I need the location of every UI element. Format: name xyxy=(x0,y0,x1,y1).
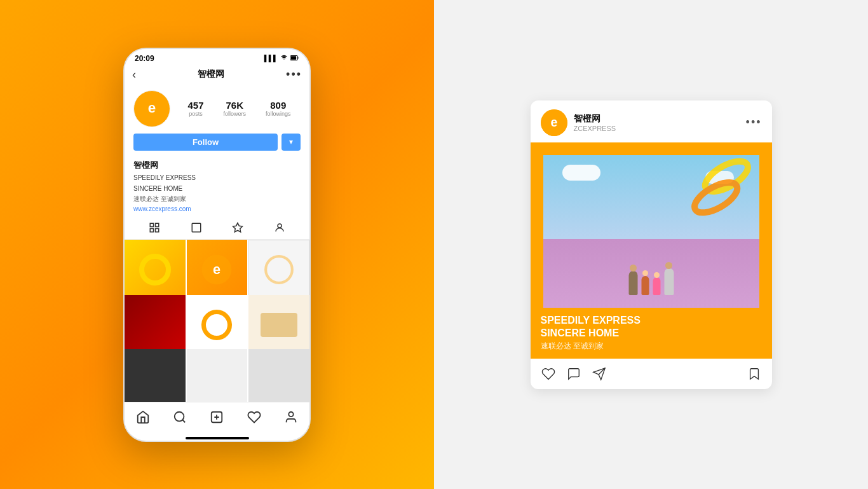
svg-rect-4 xyxy=(150,223,153,226)
bio-section: 智橙网 SPEEDILY EXPRESS SINCERE HOME 速联必达 至… xyxy=(125,160,309,216)
posts-count: 457 xyxy=(187,100,203,111)
grid-item-3[interactable] xyxy=(248,240,309,301)
grid-item-7[interactable] xyxy=(125,349,186,402)
grid-item-6[interactable] xyxy=(248,295,309,356)
cloud1 xyxy=(562,165,600,181)
svg-point-19 xyxy=(288,411,293,416)
back-button[interactable]: ‹ xyxy=(132,68,136,81)
left-panel: 20:09 ▌▌▌ xyxy=(0,0,434,489)
add-nav-button[interactable] xyxy=(204,408,229,427)
caption-main-line1: SPEEDILY EXPRESS xyxy=(541,314,762,326)
follow-btn-row: Follow ▾ xyxy=(133,134,301,151)
followers-stat: 76K followers xyxy=(223,100,246,117)
home-nav-button[interactable] xyxy=(130,408,156,427)
bookmark-button[interactable] xyxy=(747,366,762,382)
posts-label: posts xyxy=(189,111,203,117)
svg-point-23 xyxy=(689,176,742,218)
insta-name: 智橙网 xyxy=(574,113,616,125)
svg-rect-1 xyxy=(291,56,296,60)
svg-marker-9 xyxy=(233,223,243,231)
insta-avatar: e xyxy=(541,109,567,136)
caption-chinese: 速联必达 至诚到家 xyxy=(541,341,762,352)
stats-row: 457 posts 76K followers 809 followings xyxy=(178,100,301,117)
more-button[interactable]: ••• xyxy=(286,68,302,81)
insta-more-button[interactable]: ••• xyxy=(746,116,762,129)
following-stat: 809 followings xyxy=(266,100,291,117)
grid-item-9[interactable] xyxy=(248,349,309,402)
comment-button[interactable] xyxy=(566,366,581,382)
svg-point-13 xyxy=(266,256,292,283)
status-icons: ▌▌▌ xyxy=(264,54,299,63)
wifi-icon xyxy=(280,54,288,63)
instagram-card: e 智橙网 ZCEXPRESS ••• xyxy=(531,100,772,389)
svg-point-14 xyxy=(175,411,184,421)
likes-nav-button[interactable] xyxy=(241,408,267,427)
person-tab[interactable] xyxy=(273,221,286,234)
caption-overlay: SPEEDILY EXPRESS SINCERE HOME 速联必达 至诚到家 xyxy=(531,308,772,359)
big-e-logo xyxy=(689,155,753,219)
phone-mockup: 20:09 ▌▌▌ xyxy=(123,48,311,442)
insta-subname: ZCEXPRESS xyxy=(574,125,616,132)
profile-row: e 457 posts 76K followers xyxy=(133,90,301,127)
insta-post-image: SPEEDILY EXPRESS SINCERE HOME 速联必达 至诚到家 xyxy=(531,142,772,359)
grid-item-4[interactable] xyxy=(125,295,186,356)
status-time: 20:09 xyxy=(135,54,154,63)
insta-card-header: e 智橙网 ZCEXPRESS ••• xyxy=(531,100,772,142)
svg-point-10 xyxy=(278,224,281,228)
profile-nav-button[interactable] xyxy=(278,408,304,427)
insta-actions xyxy=(531,359,772,389)
bottom-nav xyxy=(125,402,309,434)
grid-tab[interactable] xyxy=(148,221,161,234)
home-indicator xyxy=(186,437,249,439)
svg-line-15 xyxy=(183,420,186,422)
signal-icon: ▌▌▌ xyxy=(264,55,278,62)
phone-screen: 20:09 ▌▌▌ xyxy=(125,49,309,441)
insta-name-block: 智橙网 ZCEXPRESS xyxy=(574,113,616,132)
bio-line2: SINCERE HOME xyxy=(133,184,301,193)
following-count: 809 xyxy=(270,100,286,111)
following-label: followings xyxy=(266,111,291,117)
followers-count: 76K xyxy=(226,100,243,111)
right-panel: e 智橙网 ZCEXPRESS ••• xyxy=(434,0,868,489)
insta-profile-info: e 智橙网 ZCEXPRESS xyxy=(541,109,616,136)
svg-text:e: e xyxy=(213,261,220,277)
grid-item-8[interactable] xyxy=(187,349,248,402)
grid-item-2[interactable]: e xyxy=(187,240,248,301)
star-tab[interactable] xyxy=(231,221,244,234)
grid-item-5[interactable] xyxy=(187,295,248,356)
bio-website[interactable]: www.zcexpress.com xyxy=(133,205,301,212)
svg-rect-7 xyxy=(155,228,158,231)
svg-rect-6 xyxy=(150,228,153,231)
profile-section: e 457 posts 76K followers xyxy=(125,85,309,160)
follow-button[interactable]: Follow xyxy=(133,134,278,151)
svg-rect-8 xyxy=(192,223,201,232)
list-tab[interactable] xyxy=(190,221,203,234)
photo-grid: e xyxy=(125,240,309,402)
svg-text:e: e xyxy=(550,114,557,128)
nav-title: 智橙网 xyxy=(198,69,224,80)
nav-bar: ‹ 智橙网 ••• xyxy=(125,65,309,85)
grid-item-1[interactable] xyxy=(125,240,186,301)
search-nav-button[interactable] xyxy=(167,408,193,427)
like-button[interactable] xyxy=(541,366,556,382)
follow-dropdown-button[interactable]: ▾ xyxy=(281,134,301,151)
status-bar: 20:09 ▌▌▌ xyxy=(125,49,309,65)
bio-chinese: 速联必达 至诚到家 xyxy=(133,195,301,203)
caption-main-line2: SINCERE HOME xyxy=(541,327,762,339)
svg-rect-5 xyxy=(155,223,158,226)
bio-name: 智橙网 xyxy=(133,160,301,171)
tab-icons xyxy=(125,216,309,240)
action-buttons-left xyxy=(541,366,607,382)
avatar: e xyxy=(133,90,170,127)
posts-stat: 457 posts xyxy=(187,100,203,117)
battery-icon xyxy=(290,55,299,62)
share-button[interactable] xyxy=(592,366,607,382)
svg-text:e: e xyxy=(148,100,156,116)
bio-line1: SPEEDILY EXPRESS xyxy=(133,173,301,183)
followers-label: followers xyxy=(223,111,246,117)
